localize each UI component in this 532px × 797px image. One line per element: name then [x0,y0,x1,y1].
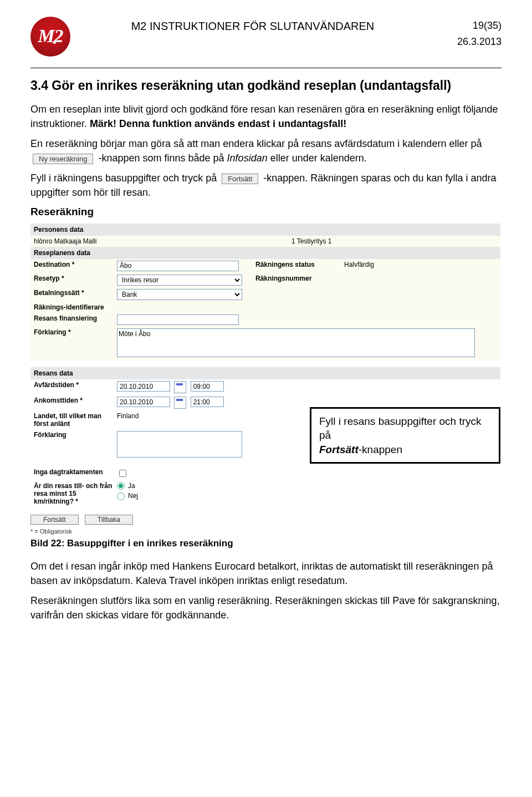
para-intro-bold: Märk! Denna funktion används endast i un… [90,118,346,129]
figure-caption: Bild 22: Basuppgifter i en inrikes reser… [30,538,502,549]
label-finansiering: Resans finansiering [34,314,117,322]
row-avfardstiden: Avfärdstiden * [30,379,277,395]
chip-ny-reserakning: Ny reseräkning [33,154,93,164]
value-raknstatus: Halvfärdig [344,261,374,268]
row-betalningssatt: Betalningssätt * Bank [30,287,500,302]
label-minst15: Är din resas till- och från resa minst 1… [34,482,117,505]
para-fortsatt: Fyll i räkningens basuppgifter och tryck… [30,171,502,200]
person-right: 1 Testiyritys 1 [291,237,331,245]
radio-nej[interactable] [117,493,125,500]
m2-logo-text: M2 [38,27,63,45]
label-inga-dag: Inga dagtraktamenten [34,468,117,476]
band-personens-data: Personens data [30,224,500,236]
input-avfard-time[interactable] [191,381,224,392]
input-finansiering[interactable] [117,314,239,325]
para-start: En reseräkning börjar man göra så att ma… [30,136,502,165]
label-ankomsttiden: Ankomsttiden * [34,397,117,404]
row-ankomsttiden: Ankomsttiden * [30,395,277,410]
label-resetyp: Resetyp * [34,275,117,282]
band-reseplanens-data: Reseplanens data [30,247,500,259]
para-start-c: eller under kalendern. [270,153,367,164]
row-destination: Destination * Räkningens status Halvfärd… [30,259,500,273]
select-resetyp[interactable]: Inrikes resor [117,275,242,286]
label-betalningssatt: Betalningssätt * [34,289,117,297]
input-destination[interactable] [117,261,239,271]
label-forklaring: Förklaring * [34,328,117,336]
form-screenshot: Reseräkning Personens data hlönro Matkaa… [30,206,500,535]
page: M2 M2 INSTRUKTIONER FÖR SLUTANVÄNDAREN 1… [0,0,532,650]
callout-box: Fyll i resans basuppgifter och tryck på … [310,407,500,464]
input-ankomst-time[interactable] [191,397,224,407]
person-left: hlönro Matkaaja Malli [34,237,291,245]
row-finansiering: Resans finansiering [30,313,500,327]
m2-logo: M2 [30,17,70,57]
calendar-icon[interactable] [174,397,186,409]
fortsatt-button[interactable]: Fortsätt [30,515,79,525]
radio-ja-label: Ja [128,482,135,490]
row-landet: Landet, till vilket man först anlänt Fin… [30,410,277,429]
band-resans-data: Resans data [30,367,500,379]
header-right: 19(35) 26.3.2013 [435,17,502,48]
para-fortsatt-a: Fyll i räkningens basuppgifter och tryck… [30,172,219,184]
value-landet: Finland [117,412,139,420]
label-landet: Landet, till vilket man först anlänt [34,412,117,428]
row-minst15: Är din resas till- och från resa minst 1… [30,480,277,507]
form-title: Reseräkning [30,206,500,218]
para-intro: Om en reseplan inte blivit gjord och god… [30,102,502,131]
label-forklaring2: Förklaring [34,431,117,439]
label-avfardstiden: Avfärdstiden * [34,381,117,389]
trailing-para-2: Reseräkningen slutförs lika som en vanli… [30,593,502,622]
para-start-b: -knappen som finns både på [98,153,227,164]
label-raknnr: Räkningsnummer [255,275,344,282]
checkbox-inga-dag[interactable] [119,470,126,477]
textarea-forklaring2[interactable] [117,431,242,458]
row-forklaring2: Förklaring [30,429,277,461]
resans-data-block: Avfärdstiden * Ankomsttiden * [30,379,500,507]
para-start-a: En reseräkning börjar man göra så att ma… [30,138,482,149]
person-row: hlönro Matkaaja Malli 1 Testiyritys 1 [30,236,500,247]
row-inga-dag: Inga dagtraktamenten [30,466,277,480]
label-raknstatus: Räkningens status [255,261,344,268]
select-betalningssatt[interactable]: Bank [117,289,242,300]
page-indicator: 19(35) [435,20,502,32]
tillbaka-button[interactable]: Tillbaka [85,515,133,525]
header-date: 26.3.2013 [435,36,502,48]
label-destination: Destination * [34,261,117,268]
obligatorisk-note: * = Obligatorisk [30,528,500,535]
row-rakningsid: Räknings-identifierare [30,302,500,313]
para-start-infosidan: Infosidan [227,153,268,164]
callout-line1: Fyll i resans basuppgifter och tryck på [319,414,491,443]
row-forklaring: Förklaring * [30,327,500,361]
radio-nej-label: Nej [128,492,138,500]
calendar-icon[interactable] [174,381,186,393]
header-title: M2 INSTRUKTIONER FÖR SLUTANVÄNDAREN [70,17,435,33]
input-ankomst-date[interactable] [117,397,170,407]
radio-ja[interactable] [117,482,125,490]
header-rule [30,68,502,68]
callout-fortsatt-em: Fortsätt [319,444,359,455]
page-header: M2 M2 INSTRUKTIONER FÖR SLUTANVÄNDAREN 1… [30,17,502,57]
chip-fortsatt: Fortsätt [222,174,258,184]
label-rakningsid: Räknings-identifierare [34,303,117,311]
input-avfard-date[interactable] [117,381,170,392]
textarea-forklaring[interactable] [117,328,475,357]
section-heading: 3.4 Gör en inrikes reseräkning utan godk… [30,78,502,93]
callout-line2: Fortsätt-knappen [319,443,491,457]
callout-suffix: -knappen [359,444,402,455]
row-resetyp: Resetyp * Inrikes resor Räkningsnummer [30,273,500,287]
trailing-para-1: Om det i resan ingår inköp med Hankens E… [30,559,502,588]
